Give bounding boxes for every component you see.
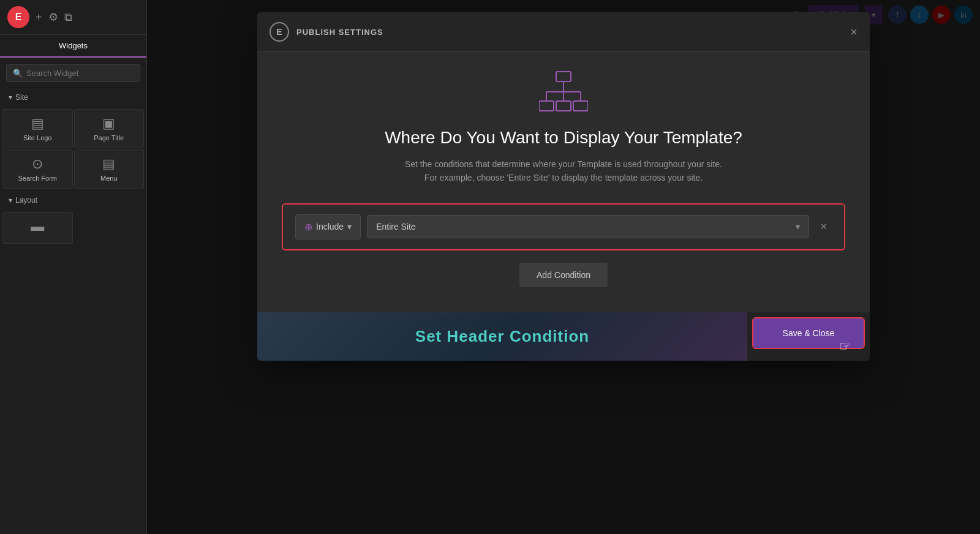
modal-heading: Where Do You Want to Display Your Templa… <box>282 128 845 148</box>
add-condition-button[interactable]: Add Condition <box>519 263 608 287</box>
modal-description: Set the conditions that determine where … <box>282 157 845 185</box>
cursor-indicator: ☞ <box>839 339 851 355</box>
menu-icon: ▤ <box>78 156 140 172</box>
modal-body: Where Do You Want to Display Your Templa… <box>257 52 870 312</box>
site-logo-icon: ▤ <box>7 116 69 132</box>
elementor-logo[interactable]: E <box>7 6 29 28</box>
chevron-icon: ▾ <box>9 93 12 102</box>
modal-overlay: E PUBLISH SETTINGS × <box>147 0 980 534</box>
sidebar: E + ⚙ ⧉ Widgets 🔍 ▾ Site ▤ Site Logo <box>0 0 147 534</box>
set-header-condition-button[interactable]: Set Header Condition <box>257 312 747 361</box>
svg-rect-7 <box>573 101 588 111</box>
sidebar-tabs: Widgets <box>0 35 146 58</box>
select-chevron-icon: ▾ <box>796 222 800 231</box>
save-close-section: Save & Close ☞ <box>747 312 870 361</box>
widget-grid-site: ▤ Site Logo ▣ Page Title ⊙ Search Form ▤… <box>0 107 146 191</box>
top-icons: + ⚙ ⧉ <box>36 10 72 24</box>
search-form-icon: ⊙ <box>7 156 69 172</box>
hierarchy-svg <box>539 70 588 113</box>
widget-search-form[interactable]: ⊙ Search Form <box>2 149 73 189</box>
widget-menu[interactable]: ▤ Menu <box>74 149 145 189</box>
condition-plus-icon: ⊕ <box>304 221 312 233</box>
widget-layout-item[interactable]: ▬ <box>2 212 73 244</box>
modal-title: PUBLISH SETTINGS <box>296 28 383 37</box>
modal-header: E PUBLISH SETTINGS × <box>257 12 870 52</box>
search-widget-container: 🔍 <box>6 64 140 82</box>
search-icon: 🔍 <box>13 69 23 78</box>
condition-type-button[interactable]: ⊕ Include ▾ <box>295 214 361 239</box>
condition-remove-button[interactable]: × <box>815 218 832 236</box>
modal-close-button[interactable]: × <box>850 26 858 38</box>
page-title-icon: ▣ <box>78 116 140 132</box>
condition-chevron-icon: ▾ <box>347 222 352 231</box>
widget-site-logo[interactable]: ▤ Site Logo <box>2 109 73 148</box>
widget-grid-layout: ▬ <box>0 209 146 246</box>
canvas-area: 👁 Publish ▾ f t ▶ in E <box>147 0 980 534</box>
search-input[interactable] <box>26 69 134 78</box>
modal-logo: E <box>270 22 289 42</box>
layers-icon[interactable]: ⧉ <box>64 11 72 24</box>
svg-rect-6 <box>556 101 571 111</box>
condition-row: ⊕ Include ▾ Entire Site ▾ × <box>295 214 832 239</box>
section-layout[interactable]: ▾ Layout <box>0 191 146 209</box>
widget-page-title[interactable]: ▣ Page Title <box>74 109 145 148</box>
publish-settings-modal: E PUBLISH SETTINGS × <box>257 12 870 361</box>
template-icon <box>282 70 845 116</box>
condition-select[interactable]: Entire Site ▾ <box>367 215 809 238</box>
layout-icon: ▬ <box>7 219 69 235</box>
modal-footer: Set Header Condition Save & Close ☞ <box>257 312 870 361</box>
sidebar-top-bar: E + ⚙ ⧉ <box>0 0 146 35</box>
settings-icon[interactable]: ⚙ <box>48 10 58 24</box>
tab-widgets[interactable]: Widgets <box>0 35 146 58</box>
editor-background: E + ⚙ ⧉ Widgets 🔍 ▾ Site ▤ Site Logo <box>0 0 980 534</box>
add-icon[interactable]: + <box>36 11 42 24</box>
svg-rect-5 <box>539 101 554 111</box>
section-site[interactable]: ▾ Site <box>0 88 146 107</box>
svg-rect-0 <box>556 72 571 81</box>
chevron-icon-layout: ▾ <box>9 196 12 205</box>
condition-container: ⊕ Include ▾ Entire Site ▾ × <box>282 203 845 250</box>
